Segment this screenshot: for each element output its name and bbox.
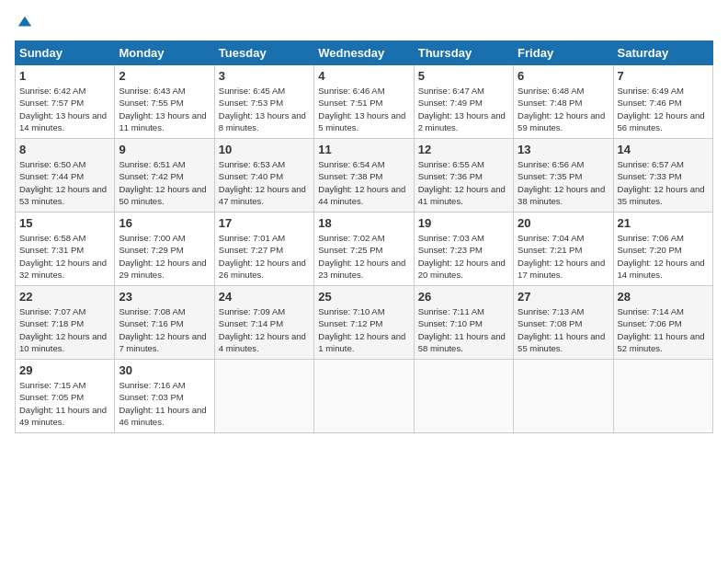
sunrise: Sunrise: 7:04 AM <box>518 233 584 243</box>
day-info: Sunrise: 7:13 AM Sunset: 7:08 PM Dayligh… <box>518 305 609 354</box>
daylight: Daylight: 13 hours and 14 minutes. <box>19 110 107 132</box>
sunrise: Sunrise: 7:14 AM <box>618 306 684 316</box>
day-cell-26: 26 Sunrise: 7:11 AM Sunset: 7:10 PM Dayl… <box>414 286 513 360</box>
week-row-3: 15 Sunrise: 6:58 AM Sunset: 7:31 PM Dayl… <box>16 213 713 286</box>
daylight: Daylight: 12 hours and 41 minutes. <box>418 184 506 206</box>
day-number: 16 <box>119 216 210 230</box>
sunrise: Sunrise: 7:11 AM <box>418 306 484 316</box>
day-cell-30: 30 Sunrise: 7:16 AM Sunset: 7:03 PM Dayl… <box>115 360 214 433</box>
day-header-tuesday: Tuesday <box>214 41 313 65</box>
day-cell-13: 13 Sunrise: 6:56 AM Sunset: 7:35 PM Dayl… <box>514 139 613 213</box>
sunrise: Sunrise: 7:15 AM <box>19 380 85 390</box>
day-cell-24: 24 Sunrise: 7:09 AM Sunset: 7:14 PM Dayl… <box>214 286 313 360</box>
sunset: Sunset: 7:35 PM <box>518 171 582 181</box>
sunset: Sunset: 7:36 PM <box>418 171 483 181</box>
sunrise: Sunrise: 6:53 AM <box>219 159 285 169</box>
day-cell-1: 1 Sunrise: 6:42 AM Sunset: 7:57 PM Dayli… <box>16 65 115 139</box>
day-cell-25: 25 Sunrise: 7:10 AM Sunset: 7:12 PM Dayl… <box>314 286 414 360</box>
day-number: 25 <box>318 290 409 304</box>
day-cell-7: 7 Sunrise: 6:49 AM Sunset: 7:46 PM Dayli… <box>613 65 712 139</box>
sunset: Sunset: 7:10 PM <box>418 318 483 328</box>
day-info: Sunrise: 7:09 AM Sunset: 7:14 PM Dayligh… <box>219 305 310 354</box>
day-cell-15: 15 Sunrise: 6:58 AM Sunset: 7:31 PM Dayl… <box>16 213 115 286</box>
sunrise: Sunrise: 6:47 AM <box>418 86 484 96</box>
sunrise: Sunrise: 7:00 AM <box>119 233 185 243</box>
day-cell-5: 5 Sunrise: 6:47 AM Sunset: 7:49 PM Dayli… <box>414 65 513 139</box>
day-info: Sunrise: 7:00 AM Sunset: 7:29 PM Dayligh… <box>119 232 210 281</box>
sunset: Sunset: 7:20 PM <box>618 245 682 255</box>
day-cell-6: 6 Sunrise: 6:48 AM Sunset: 7:48 PM Dayli… <box>514 65 613 139</box>
empty-cell <box>214 360 313 433</box>
day-cell-10: 10 Sunrise: 6:53 AM Sunset: 7:40 PM Dayl… <box>214 139 313 213</box>
day-cell-16: 16 Sunrise: 7:00 AM Sunset: 7:29 PM Dayl… <box>115 213 214 286</box>
sunset: Sunset: 7:33 PM <box>618 171 682 181</box>
sunrise: Sunrise: 6:43 AM <box>119 86 185 96</box>
sunrise: Sunrise: 7:10 AM <box>318 306 384 316</box>
sunrise: Sunrise: 6:46 AM <box>318 86 384 96</box>
day-info: Sunrise: 6:48 AM Sunset: 7:48 PM Dayligh… <box>518 85 609 133</box>
day-info: Sunrise: 6:56 AM Sunset: 7:35 PM Dayligh… <box>518 158 609 207</box>
day-info: Sunrise: 7:01 AM Sunset: 7:27 PM Dayligh… <box>219 232 310 281</box>
sunrise: Sunrise: 6:45 AM <box>219 86 285 96</box>
sunrise: Sunrise: 6:49 AM <box>618 86 684 96</box>
day-number: 8 <box>19 143 110 156</box>
sunset: Sunset: 7:08 PM <box>518 318 582 328</box>
sunset: Sunset: 7:25 PM <box>318 245 382 255</box>
daylight: Daylight: 12 hours and 32 minutes. <box>19 258 107 280</box>
daylight: Daylight: 13 hours and 11 minutes. <box>119 110 206 132</box>
empty-cell <box>514 360 613 433</box>
sunrise: Sunrise: 6:50 AM <box>19 159 85 169</box>
day-info: Sunrise: 7:08 AM Sunset: 7:16 PM Dayligh… <box>119 305 210 354</box>
day-number: 4 <box>318 69 409 83</box>
day-cell-27: 27 Sunrise: 7:13 AM Sunset: 7:08 PM Dayl… <box>514 286 613 360</box>
sunrise: Sunrise: 6:51 AM <box>119 159 185 169</box>
week-row-5: 29 Sunrise: 7:15 AM Sunset: 7:05 PM Dayl… <box>16 360 713 433</box>
sunset: Sunset: 7:29 PM <box>119 245 183 255</box>
day-number: 9 <box>119 143 210 156</box>
sunrise: Sunrise: 6:58 AM <box>19 233 85 243</box>
day-number: 7 <box>618 69 709 83</box>
daylight: Daylight: 13 hours and 8 minutes. <box>219 110 306 132</box>
day-number: 20 <box>518 216 609 230</box>
day-info: Sunrise: 7:16 AM Sunset: 7:03 PM Dayligh… <box>119 379 210 428</box>
sunrise: Sunrise: 7:06 AM <box>618 233 684 243</box>
daylight: Daylight: 12 hours and 17 minutes. <box>518 258 605 280</box>
sunrise: Sunrise: 7:03 AM <box>418 233 484 243</box>
daylight: Daylight: 12 hours and 26 minutes. <box>219 258 306 280</box>
sunset: Sunset: 7:42 PM <box>119 171 183 181</box>
day-info: Sunrise: 6:55 AM Sunset: 7:36 PM Dayligh… <box>418 158 509 207</box>
day-cell-22: 22 Sunrise: 7:07 AM Sunset: 7:18 PM Dayl… <box>16 286 115 360</box>
sunrise: Sunrise: 7:01 AM <box>219 233 285 243</box>
sunrise: Sunrise: 7:09 AM <box>219 306 285 316</box>
day-header-sunday: Sunday <box>16 41 115 65</box>
day-number: 21 <box>618 216 709 230</box>
day-number: 2 <box>119 69 210 83</box>
daylight: Daylight: 11 hours and 49 minutes. <box>19 405 107 427</box>
day-info: Sunrise: 6:45 AM Sunset: 7:53 PM Dayligh… <box>219 85 310 133</box>
day-cell-17: 17 Sunrise: 7:01 AM Sunset: 7:27 PM Dayl… <box>214 213 313 286</box>
daylight: Daylight: 11 hours and 58 minutes. <box>418 331 506 353</box>
day-info: Sunrise: 7:03 AM Sunset: 7:23 PM Dayligh… <box>418 232 509 281</box>
sunset: Sunset: 7:06 PM <box>618 318 682 328</box>
day-info: Sunrise: 6:49 AM Sunset: 7:46 PM Dayligh… <box>618 85 709 133</box>
daylight: Daylight: 11 hours and 46 minutes. <box>119 405 206 427</box>
daylight: Daylight: 12 hours and 47 minutes. <box>219 184 306 206</box>
daylight: Daylight: 12 hours and 20 minutes. <box>418 258 506 280</box>
day-number: 28 <box>618 290 709 304</box>
day-number: 14 <box>618 143 709 156</box>
daylight: Daylight: 12 hours and 38 minutes. <box>518 184 605 206</box>
empty-cell <box>414 360 513 433</box>
day-number: 1 <box>19 69 110 83</box>
day-cell-3: 3 Sunrise: 6:45 AM Sunset: 7:53 PM Dayli… <box>214 65 313 139</box>
day-cell-2: 2 Sunrise: 6:43 AM Sunset: 7:55 PM Dayli… <box>115 65 214 139</box>
day-header-friday: Friday <box>514 41 613 65</box>
day-cell-11: 11 Sunrise: 6:54 AM Sunset: 7:38 PM Dayl… <box>314 139 414 213</box>
day-cell-20: 20 Sunrise: 7:04 AM Sunset: 7:21 PM Dayl… <box>514 213 613 286</box>
daylight: Daylight: 12 hours and 4 minutes. <box>219 331 306 353</box>
sunrise: Sunrise: 6:54 AM <box>318 159 384 169</box>
day-cell-29: 29 Sunrise: 7:15 AM Sunset: 7:05 PM Dayl… <box>16 360 115 433</box>
sunset: Sunset: 7:40 PM <box>219 171 283 181</box>
day-info: Sunrise: 6:54 AM Sunset: 7:38 PM Dayligh… <box>318 158 409 207</box>
day-number: 26 <box>418 290 509 304</box>
daylight: Daylight: 12 hours and 7 minutes. <box>119 331 206 353</box>
